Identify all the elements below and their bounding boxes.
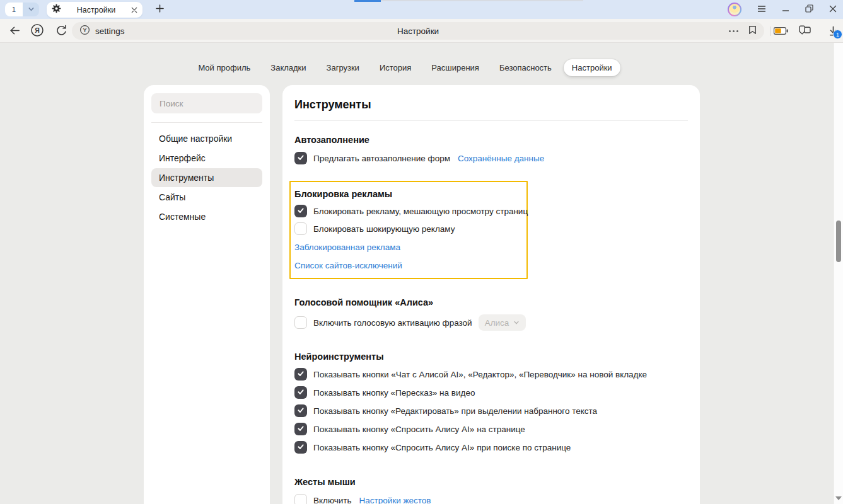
settings-content: Инструменты Автозаполнение Предлагать ав…	[282, 85, 700, 504]
scrollbar-thumb[interactable]	[836, 220, 841, 262]
setting-row: Блокировать шокирующую рекламу	[294, 222, 521, 235]
chevron-down-icon	[513, 318, 520, 328]
sidebar-item-general[interactable]: Общие настройки	[151, 129, 262, 148]
checkbox[interactable]	[294, 316, 307, 329]
bookmark-icon[interactable]	[748, 25, 757, 37]
checkbox-label: Предлагать автозаполнение форм	[313, 154, 450, 163]
tab-counter-button[interactable]: 1	[5, 3, 23, 16]
back-button[interactable]	[8, 25, 21, 38]
yandex-home-button[interactable]: Я	[30, 25, 44, 38]
highlighted-adblock-section: Блокировка рекламы Блокировать рекламу, …	[289, 181, 528, 279]
svg-text:Y: Y	[83, 26, 87, 33]
sidebar-item-interface[interactable]: Интерфейс	[151, 149, 262, 168]
sidebar-divider	[151, 122, 262, 123]
gear-icon	[52, 4, 61, 16]
setting-row: Показывать кнопку «Спросить Алису AI» на…	[294, 423, 688, 435]
setting-row: Показывать кнопку «Спросить Алису AI» пр…	[294, 441, 688, 454]
nav-tab-bookmarks[interactable]: Закладки	[262, 59, 314, 76]
sidebar-search[interactable]	[151, 93, 262, 113]
svg-text:Я: Я	[35, 26, 40, 34]
chevron-down-icon	[28, 4, 35, 15]
loading-progress-bar	[354, 0, 381, 2]
checkbox-label: Блокировать шокирующую рекламу	[313, 224, 455, 234]
section-alice: Голосовой помощник «Алиса» Включить голо…	[294, 297, 688, 331]
reload-button[interactable]	[54, 25, 68, 38]
download-icon: 1	[828, 25, 839, 37]
nav-tab-security[interactable]: Безопасность	[491, 59, 560, 76]
setting-row: Предлагать автозаполнение форм Сохранённ…	[294, 152, 688, 164]
scrollbar[interactable]	[834, 43, 843, 504]
nav-tab-profile[interactable]: Мой профиль	[190, 59, 259, 76]
tab-close-icon[interactable]	[131, 7, 137, 13]
close-icon	[829, 4, 837, 15]
blocked-ads-link[interactable]: Заблокированная реклама	[294, 242, 521, 253]
reload-icon	[55, 25, 67, 39]
sidebar-item-system[interactable]: Системные	[151, 207, 262, 226]
checkmark-icon	[297, 423, 305, 435]
checkmark-icon	[297, 387, 305, 398]
gesture-settings-link[interactable]: Настройки жестов	[359, 496, 431, 504]
checkbox-label: Показывать кнопку «Пересказ» на видео	[313, 388, 475, 398]
page-title: Инструменты	[294, 97, 688, 112]
sidebar-item-tools[interactable]: Инструменты	[151, 168, 262, 187]
checkbox[interactable]	[294, 494, 307, 504]
section-gestures: Жесты мыши Включить Настройки жестов	[294, 476, 688, 504]
title-divider	[294, 120, 688, 121]
saved-data-link[interactable]: Сохранённые данные	[458, 154, 544, 163]
omnibox[interactable]: Y settings Настройки	[72, 22, 764, 40]
nav-tab-downloads[interactable]: Загрузки	[318, 59, 368, 76]
section-autofill: Автозаполнение Предлагать автозаполнение…	[294, 134, 688, 164]
window-controls	[728, 0, 837, 19]
minimize-button[interactable]	[782, 4, 789, 15]
checkmark-icon	[297, 369, 305, 380]
setting-row: Включить Настройки жестов	[294, 494, 688, 504]
tab-counter-group[interactable]: 1	[5, 3, 39, 16]
section-neuro: Нейроинструменты Показывать кнопки «Чат …	[294, 351, 688, 454]
checkbox-label: Включить	[313, 496, 352, 504]
section-heading: Блокировка рекламы	[294, 188, 521, 200]
more-options-icon[interactable]	[729, 30, 738, 32]
settings-page: Мой профиль Закладки Загрузки История Ра…	[0, 43, 843, 504]
checkbox[interactable]	[294, 441, 307, 454]
checkbox-label: Показывать кнопки «Чат с Алисой AI», «Ре…	[313, 370, 647, 379]
checkbox[interactable]	[294, 423, 307, 435]
nav-tab-extensions[interactable]: Расширения	[423, 59, 487, 76]
downloads-button[interactable]: 1	[828, 25, 839, 37]
minimize-icon	[782, 4, 789, 15]
site-exclusions-link[interactable]: Список сайтов-исключений	[294, 260, 521, 272]
restore-button[interactable]	[805, 4, 813, 15]
search-input[interactable]	[158, 98, 255, 109]
checkbox-label: Включить голосовую активацию фразой	[313, 318, 472, 328]
back-arrow-icon	[9, 25, 21, 39]
restore-icon	[805, 4, 813, 15]
setting-row: Включить голосовую активацию фразой Алис…	[294, 314, 688, 331]
sidebar-list: Общие настройки Интерфейс Инструменты Са…	[151, 129, 262, 226]
checkbox[interactable]	[294, 404, 307, 417]
collections-icon[interactable]	[798, 25, 811, 36]
active-tab[interactable]: Настройки	[47, 2, 142, 18]
section-heading: Автозаполнение	[294, 134, 688, 146]
checkbox[interactable]	[294, 152, 307, 164]
address-url[interactable]: settings	[95, 26, 125, 36]
checkbox[interactable]	[294, 386, 307, 399]
user-avatar[interactable]	[728, 3, 741, 16]
checkbox[interactable]	[294, 368, 307, 381]
checkbox-label: Показывать кнопку «Редактировать» при вы…	[313, 406, 597, 416]
checkmark-icon	[297, 205, 305, 217]
nav-tab-settings[interactable]: Настройки	[564, 59, 620, 76]
tab-title: Настройки	[61, 6, 131, 14]
new-tab-button[interactable]	[153, 3, 166, 16]
activation-phrase-dropdown[interactable]: Алиса	[479, 314, 526, 331]
battery-icon[interactable]	[774, 27, 788, 35]
sidebar-item-sites[interactable]: Сайты	[151, 188, 262, 207]
browser-menu-button[interactable]	[757, 4, 766, 15]
tab-strip: 1 Н	[0, 0, 843, 19]
plus-icon	[156, 4, 164, 15]
scrollbar-down-arrow[interactable]	[835, 496, 842, 500]
checkbox[interactable]	[294, 222, 307, 235]
checkbox[interactable]	[294, 205, 307, 217]
close-button[interactable]	[829, 4, 837, 15]
tab-list-chevron-button[interactable]	[23, 3, 39, 16]
checkmark-icon	[297, 152, 305, 164]
nav-tab-history[interactable]: История	[371, 59, 419, 76]
